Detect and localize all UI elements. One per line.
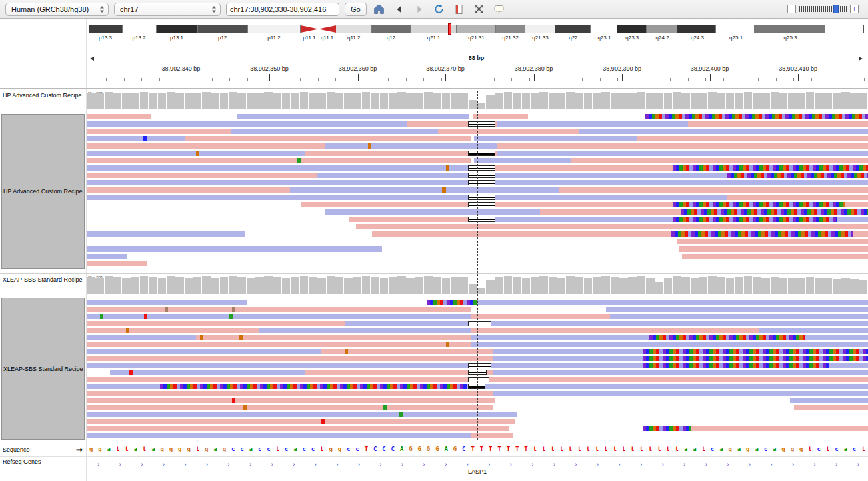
read-segment[interactable] [87, 412, 517, 417]
fit-to-window-button[interactable] [472, 2, 487, 17]
read-segment[interactable] [87, 335, 196, 340]
read-segment[interactable] [637, 136, 868, 141]
zoom-out-button[interactable]: − [787, 5, 796, 13]
zoom-in-button[interactable]: + [850, 5, 859, 13]
read-segment[interactable] [87, 433, 471, 438]
read-segment[interactable] [87, 231, 245, 237]
ideogram-band[interactable] [123, 25, 157, 33]
ideogram-band[interactable] [617, 25, 647, 33]
ideogram-band[interactable] [372, 25, 411, 33]
track-coverage-label[interactable]: XLEAP-SBS Standard Recipe [3, 276, 83, 283]
read-segment[interactable] [87, 187, 290, 193]
zoom-slider-thumb[interactable] [833, 5, 839, 13]
read-segment[interactable] [87, 158, 471, 163]
read-segment[interactable] [471, 314, 611, 319]
strand-arrow-icon[interactable]: ➞ [76, 446, 83, 453]
read-segment[interactable] [493, 391, 868, 396]
ideogram-band[interactable] [496, 25, 525, 33]
read-segment[interactable] [497, 121, 688, 127]
read-segment[interactable] [345, 321, 868, 326]
ideogram-band[interactable] [677, 25, 716, 33]
read-segment[interactable] [87, 195, 727, 200]
ideogram-band[interactable] [157, 25, 198, 33]
read-segment[interactable] [87, 246, 382, 252]
read-segment[interactable] [87, 121, 407, 127]
read-segment[interactable] [87, 307, 471, 312]
read-segment[interactable] [349, 217, 468, 222]
read-segment[interactable] [677, 239, 868, 244]
read-segment[interactable] [325, 143, 497, 149]
ideogram-band[interactable] [716, 25, 755, 33]
read-segment[interactable] [87, 342, 471, 347]
read-segment[interactable] [87, 261, 147, 266]
ideogram-band[interactable] [336, 25, 371, 33]
read-segment[interactable] [87, 419, 515, 424]
read-segment[interactable] [356, 224, 868, 229]
ideogram-band[interactable] [319, 25, 337, 33]
read-segment[interactable] [438, 129, 579, 134]
ideogram-band[interactable] [198, 25, 248, 33]
read-segment[interactable] [727, 195, 868, 200]
read-segment[interactable] [87, 143, 325, 149]
read-segment[interactable] [497, 143, 868, 149]
ideogram-band[interactable] [555, 25, 591, 33]
ideogram-band[interactable] [825, 25, 863, 33]
read-segment[interactable] [110, 370, 305, 375]
read-segment[interactable] [493, 370, 868, 375]
read-segment[interactable] [305, 370, 493, 375]
gene-body[interactable]: ›››››››››››››››››››››››››››››››››››› [87, 460, 868, 468]
panel-divider[interactable] [0, 88, 868, 89]
read-segment[interactable] [606, 307, 868, 312]
forward-button[interactable] [412, 2, 427, 17]
ideogram-band[interactable] [89, 25, 123, 33]
read-segment[interactable] [237, 114, 469, 119]
read-segment[interactable] [87, 300, 247, 305]
read-segment[interactable] [679, 246, 868, 252]
read-segment[interactable] [231, 129, 439, 134]
back-button[interactable] [392, 2, 407, 17]
read-segment[interactable] [474, 136, 637, 141]
read-segment[interactable] [497, 151, 868, 156]
popup-text-button[interactable] [492, 2, 507, 17]
read-segment[interactable] [87, 136, 185, 141]
read-segment[interactable] [185, 136, 471, 141]
ideogram-band[interactable] [647, 25, 677, 33]
read-segment[interactable] [87, 114, 151, 119]
locus-input[interactable] [226, 3, 339, 16]
genome-select[interactable]: Human (GRCh38/hg38) [5, 3, 109, 16]
read-segment[interactable] [688, 121, 868, 127]
chromosome-select[interactable]: chr17 [114, 3, 221, 16]
track-sidebar-handle[interactable]: HP Advanced Custom Recipe [1, 114, 85, 269]
read-segment[interactable] [87, 356, 493, 361]
ideogram-band[interactable] [457, 25, 495, 33]
region-tool-button[interactable] [452, 2, 467, 17]
read-segment[interactable] [571, 158, 868, 163]
read-segment[interactable] [87, 398, 495, 403]
refseq-track-label[interactable]: Refseq Genes [3, 458, 41, 465]
read-segment[interactable] [196, 335, 471, 340]
read-segment[interactable] [559, 187, 868, 193]
read-segment[interactable] [87, 426, 509, 431]
ideogram-band[interactable] [301, 25, 319, 33]
read-segment[interactable] [790, 398, 868, 403]
read-segment[interactable] [87, 405, 493, 410]
read-segment[interactable] [87, 173, 317, 178]
ideogram-bar[interactable] [89, 25, 864, 33]
ideogram-band[interactable] [591, 25, 617, 33]
read-segment[interactable] [325, 209, 539, 215]
home-button[interactable] [372, 2, 387, 17]
read-segment[interactable] [87, 129, 231, 134]
read-segment[interactable] [471, 342, 868, 347]
read-segment[interactable] [87, 349, 321, 354]
read-segment[interactable] [87, 254, 127, 259]
read-segment[interactable] [259, 328, 471, 333]
read-segment[interactable] [610, 314, 868, 319]
sequence-track-label[interactable]: Sequence ➞ [3, 446, 83, 453]
read-segment[interactable] [794, 405, 868, 410]
read-segment[interactable] [427, 300, 868, 305]
panel-divider[interactable] [0, 273, 868, 274]
zoom-slider[interactable] [799, 5, 847, 13]
read-segment[interactable] [759, 328, 868, 333]
read-segment[interactable] [87, 328, 259, 333]
track-sidebar-handle[interactable]: XLEAP-SBS Standard Recipe [1, 298, 85, 440]
